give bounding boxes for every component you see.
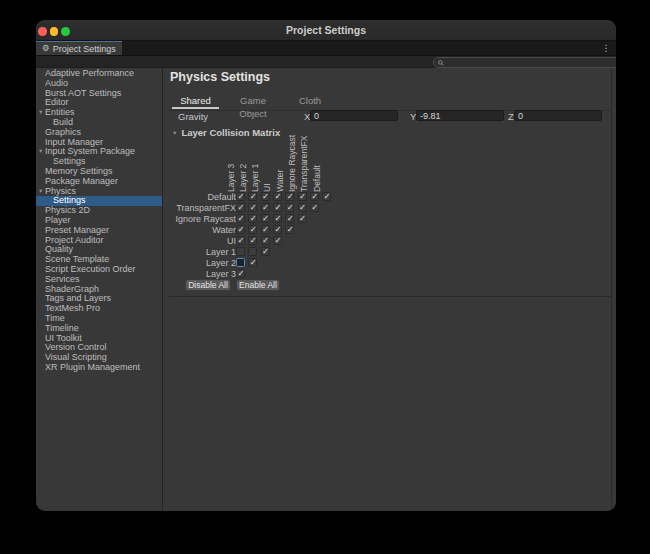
- matrix-row-label-layer-1: Layer 1: [126, 247, 236, 257]
- check-icon: ✓: [238, 192, 245, 201]
- check-icon: ✓: [250, 192, 257, 201]
- sidebar-item-xr-plugin-management[interactable]: XR Plugin Management: [36, 363, 162, 373]
- check-icon: ✓: [287, 203, 294, 212]
- matrix-column-label-water: Water: [275, 170, 285, 192]
- kebab-menu-icon[interactable]: ⋮: [600, 42, 612, 54]
- collision-checkbox-layer-2-layer-3[interactable]: [236, 258, 245, 267]
- matrix-row-label-water: Water: [126, 225, 236, 235]
- collision-checkbox-water-layer-2[interactable]: ✓: [248, 225, 257, 234]
- window-title: Project Settings: [36, 20, 616, 41]
- collision-checkbox-ui-layer-1[interactable]: ✓: [261, 236, 270, 245]
- collision-checkbox-ignore-raycast-water[interactable]: ✓: [285, 214, 294, 223]
- section-bottom-line: [169, 296, 611, 297]
- collision-checkbox-water-layer-1[interactable]: ✓: [261, 225, 270, 234]
- collision-checkbox-default-layer-2[interactable]: ✓: [248, 192, 257, 201]
- collision-checkbox-ui-layer-2[interactable]: ✓: [248, 236, 257, 245]
- collision-checkbox-default-transparentfx[interactable]: ✓: [310, 192, 319, 201]
- collision-checkbox-default-layer-1[interactable]: ✓: [261, 192, 270, 201]
- collision-checkbox-layer-1-layer-3[interactable]: [236, 247, 245, 256]
- check-icon: ✓: [238, 225, 245, 234]
- check-icon: ✓: [262, 225, 269, 234]
- layer-collision-matrix-foldout[interactable]: ▼Layer Collision Matrix: [172, 126, 280, 136]
- gravity-z-field[interactable]: [514, 110, 602, 121]
- foldout-triangle-icon[interactable]: ▼: [38, 108, 43, 118]
- matrix-row-label-default: Default: [126, 192, 236, 202]
- check-icon: ✓: [274, 236, 281, 245]
- collision-checkbox-layer-3-layer-3[interactable]: ✓: [236, 269, 245, 278]
- check-icon: ✓: [238, 203, 245, 212]
- foldout-label: Layer Collision Matrix: [181, 127, 280, 138]
- foldout-triangle-icon[interactable]: ▼: [38, 187, 43, 197]
- collision-checkbox-water-ui[interactable]: ✓: [273, 225, 282, 234]
- collision-checkbox-water-layer-3[interactable]: ✓: [236, 225, 245, 234]
- collision-checkbox-transparentfx-water[interactable]: ✓: [285, 203, 294, 212]
- tab-cloth[interactable]: Cloth: [288, 94, 332, 107]
- matrix-column-label-layer-1: Layer 1: [250, 164, 260, 192]
- collision-checkbox-transparentfx-layer-3[interactable]: ✓: [236, 203, 245, 212]
- collision-checkbox-default-layer-3[interactable]: ✓: [236, 192, 245, 201]
- collision-checkbox-default-ui[interactable]: ✓: [273, 192, 282, 201]
- gravity-y-input[interactable]: [417, 111, 503, 121]
- search-field[interactable]: [433, 57, 616, 68]
- gravity-x-input[interactable]: [311, 111, 397, 121]
- project-settings-window: Project Settings ⚙ Project Settings ⋮ Ad…: [36, 20, 616, 511]
- content-area: Adaptive PerformanceAudioBurst AOT Setti…: [36, 68, 616, 511]
- matrix-column-label-default: Default: [312, 165, 322, 192]
- check-icon: ✓: [250, 203, 257, 212]
- collision-checkbox-ui-layer-3[interactable]: ✓: [236, 236, 245, 245]
- collision-checkbox-default-default[interactable]: ✓: [322, 192, 331, 201]
- project-settings-tab[interactable]: ⚙ Project Settings: [36, 41, 122, 55]
- check-icon: ✓: [311, 203, 318, 212]
- gravity-y-field[interactable]: [416, 110, 504, 121]
- check-icon: ✓: [250, 214, 257, 223]
- matrix-column-label-ignore-raycast: Ignore Raycast: [287, 135, 297, 192]
- gravity-x-field[interactable]: [310, 110, 398, 121]
- tab-game-object[interactable]: Game Object: [226, 94, 280, 107]
- collision-checkbox-transparentfx-ignore-raycast[interactable]: ✓: [298, 203, 307, 212]
- gravity-label: Gravity: [178, 111, 208, 122]
- collision-checkbox-layer-2-layer-2[interactable]: ✓: [248, 258, 257, 267]
- foldout-triangle-icon: ▼: [172, 130, 177, 136]
- check-icon: ✓: [262, 247, 269, 256]
- collision-checkbox-ignore-raycast-ignore-raycast[interactable]: ✓: [298, 214, 307, 223]
- check-icon: ✓: [250, 225, 257, 234]
- tab-shared[interactable]: Shared: [172, 94, 219, 107]
- foldout-triangle-icon[interactable]: ▼: [38, 147, 43, 157]
- collision-checkbox-ui-ui[interactable]: ✓: [273, 236, 282, 245]
- matrix-column-label-layer-2: Layer 2: [238, 164, 248, 192]
- matrix-row-label-layer-2: Layer 2: [126, 258, 236, 268]
- check-icon: ✓: [262, 203, 269, 212]
- check-icon: ✓: [299, 214, 306, 223]
- matrix-row-label-ui: UI: [126, 236, 236, 246]
- collision-checkbox-water-water[interactable]: ✓: [285, 225, 294, 234]
- check-icon: ✓: [274, 225, 281, 234]
- disable-all-button[interactable]: Disable All: [185, 279, 231, 291]
- collision-checkbox-transparentfx-ui[interactable]: ✓: [273, 203, 282, 212]
- check-icon: ✓: [274, 203, 281, 212]
- collision-checkbox-ignore-raycast-layer-3[interactable]: ✓: [236, 214, 245, 223]
- collision-checkbox-transparentfx-layer-1[interactable]: ✓: [261, 203, 270, 212]
- collision-checkbox-transparentfx-layer-2[interactable]: ✓: [248, 203, 257, 212]
- check-icon: ✓: [262, 236, 269, 245]
- collision-checkbox-default-water[interactable]: ✓: [285, 192, 294, 201]
- search-toolbar: [36, 55, 616, 68]
- enable-all-button[interactable]: Enable All: [236, 279, 280, 291]
- collision-checkbox-layer-1-layer-1[interactable]: ✓: [261, 247, 270, 256]
- collision-checkbox-ignore-raycast-layer-2[interactable]: ✓: [248, 214, 257, 223]
- gravity-z-input[interactable]: [515, 111, 601, 121]
- title-bar: Project Settings: [36, 20, 616, 41]
- collision-checkbox-layer-1-layer-2[interactable]: [248, 247, 257, 256]
- scroll-area-edge: [611, 68, 612, 511]
- gravity-z-label: Z: [508, 111, 514, 122]
- check-icon: ✓: [262, 214, 269, 223]
- collision-checkbox-ignore-raycast-ui[interactable]: ✓: [273, 214, 282, 223]
- check-icon: ✓: [324, 192, 331, 201]
- check-icon: ✓: [287, 214, 294, 223]
- collision-checkbox-transparentfx-transparentfx[interactable]: ✓: [310, 203, 319, 212]
- check-icon: ✓: [250, 236, 257, 245]
- matrix-column-label-layer-3: Layer 3: [226, 164, 236, 192]
- collision-checkbox-default-ignore-raycast[interactable]: ✓: [298, 192, 307, 201]
- active-tab-underline: [172, 107, 219, 109]
- collision-checkbox-ignore-raycast-layer-1[interactable]: ✓: [261, 214, 270, 223]
- search-input[interactable]: [444, 59, 616, 67]
